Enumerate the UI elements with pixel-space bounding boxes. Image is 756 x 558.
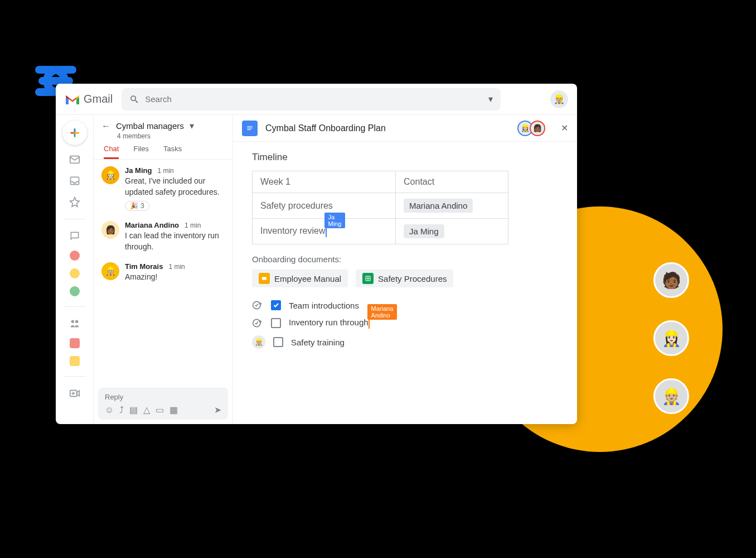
cursor-tag: Ja Ming — [324, 213, 346, 228]
doc-header: Cymbal Staff Onboarding Plan 👷🏻‍♀️ 👩🏾 ✕ — [233, 115, 577, 142]
table-header: Contact — [396, 171, 508, 193]
star-icon[interactable] — [68, 195, 81, 209]
mail-icon[interactable] — [68, 153, 81, 166]
reaction-count: 3 — [140, 202, 144, 210]
upload-icon[interactable]: ⤴ — [119, 405, 124, 415]
contact-chip[interactable]: Mariana Andino — [404, 199, 473, 213]
reaction-chip[interactable]: 🎉 3 — [125, 201, 149, 211]
svg-rect-5 — [262, 277, 266, 280]
message-time: 1 min — [185, 222, 201, 229]
slides-icon — [259, 273, 270, 284]
video-icon[interactable]: ▭ — [156, 405, 164, 415]
profile-avatar[interactable]: 👷🏼 — [550, 90, 568, 108]
doc-title[interactable]: Cymbal Staff Onboarding Plan — [265, 123, 386, 133]
compose-button[interactable] — [62, 121, 87, 145]
divider — [64, 219, 86, 219]
task-label[interactable]: Team introductions — [289, 301, 359, 310]
search-input[interactable] — [145, 94, 483, 104]
space-tile-red[interactable] — [70, 338, 80, 348]
avatar: 👩🏾 — [101, 221, 119, 239]
members-count: 4 members — [94, 132, 232, 140]
status-dot-yellow[interactable] — [70, 268, 80, 278]
decor-avatar: 🧑🏾 — [653, 262, 689, 298]
task-add-icon[interactable] — [252, 300, 263, 311]
reply-input[interactable] — [105, 393, 221, 401]
send-icon[interactable]: ➤ — [214, 405, 221, 415]
chat-panel: ← Cymbal managers ▾ 4 members Chat Files… — [94, 115, 233, 424]
message: 👷🏼 Tim Morais 1 min Amazing! — [101, 262, 225, 283]
reply-box[interactable]: ☺ ⤴ ▤ △ ▭ ▦ ➤ — [98, 388, 228, 420]
divider — [64, 376, 86, 377]
status-dot-red[interactable] — [70, 251, 80, 261]
checkbox[interactable] — [271, 300, 281, 310]
attachment-chip[interactable]: Employee Manual — [252, 270, 348, 287]
search-bar[interactable]: ▾ — [122, 88, 501, 110]
calendar-icon[interactable]: ▦ — [169, 405, 178, 415]
table-header: Week 1 — [253, 171, 396, 193]
message-time: 1 min — [157, 167, 173, 175]
drive-icon[interactable]: △ — [143, 405, 150, 415]
topbar: Gmail ▾ 👷🏼 — [56, 84, 577, 115]
search-icon — [129, 94, 139, 104]
divider — [64, 306, 86, 307]
meet-icon[interactable] — [68, 387, 81, 400]
attachment-chip[interactable]: Safety Procedures — [356, 270, 453, 287]
message-time: 1 min — [168, 263, 185, 271]
inbox-icon[interactable] — [68, 174, 81, 187]
task-row: 👷🏼 Safety training — [252, 335, 558, 349]
message-author: Ja Ming — [125, 166, 152, 175]
avatar: 👷🏼 — [101, 262, 119, 280]
contact-chip[interactable]: Ja Ming — [404, 224, 444, 238]
task-add-icon[interactable] — [252, 318, 263, 329]
spaces-icon[interactable] — [68, 317, 81, 330]
task-row: Team introductions — [252, 300, 558, 311]
message-text: Amazing! — [125, 272, 225, 283]
timeline-table: Week 1 Contact Safety procedures Mariana… — [252, 171, 508, 244]
message-author: Tim Morais — [125, 262, 163, 271]
search-options-icon[interactable]: ▾ — [488, 94, 493, 104]
chevron-down-icon[interactable]: ▾ — [190, 121, 194, 131]
message: 👷🏻 Ja Ming 1 min Great, I've included ou… — [101, 166, 225, 211]
attachment-name: Employee Manual — [274, 274, 341, 283]
collaborator-avatars: 👷🏻‍♀️ 👩🏾 — [521, 121, 545, 136]
checkbox[interactable] — [273, 337, 283, 347]
table-cell[interactable]: Ja Ming — [396, 219, 508, 244]
messages-list: 👷🏻 Ja Ming 1 min Great, I've included ou… — [94, 160, 232, 383]
chat-tabs: Chat Files Tasks — [94, 140, 232, 160]
gmail-icon — [65, 93, 80, 105]
back-arrow-icon[interactable]: ← — [101, 121, 110, 131]
chat-bubble-icon[interactable] — [68, 229, 81, 243]
cursor-icon: Ja Ming — [326, 226, 327, 237]
message-text: I can lead the inventory run through. — [125, 230, 225, 252]
avatar: 👷🏻 — [101, 166, 119, 184]
table-cell[interactable]: Mariana Andino — [396, 193, 508, 219]
tab-tasks[interactable]: Tasks — [163, 145, 182, 159]
product-name: Gmail — [84, 93, 113, 105]
task-label[interactable]: Safety training — [291, 338, 345, 347]
doc-body[interactable]: Timeline Week 1 Contact Safety procedure… — [233, 142, 577, 424]
task-list: Team introductions Inventory run through… — [252, 300, 558, 349]
table-cell[interactable]: Inventory reviewJa Ming — [253, 219, 396, 244]
drive-attach-icon[interactable]: ▤ — [129, 405, 138, 415]
space-tile-yellow[interactable] — [70, 356, 80, 366]
task-text: Inventory run through — [289, 318, 369, 327]
status-dot-green[interactable] — [70, 286, 80, 296]
task-label[interactable]: Inventory run throughMariana Andino — [289, 318, 370, 329]
svg-point-2 — [71, 320, 74, 324]
gmail-logo[interactable]: Gmail — [65, 93, 113, 105]
emoji-icon[interactable]: ☺ — [105, 405, 114, 415]
plus-icon — [69, 127, 81, 139]
space-name[interactable]: Cymbal managers — [116, 121, 184, 131]
decor-avatar: 👷🏼 — [653, 378, 689, 414]
close-icon[interactable]: ✕ — [561, 123, 568, 133]
sheets-icon — [362, 273, 374, 284]
message: 👩🏾 Mariana Andino 1 min I can lead the i… — [101, 221, 225, 252]
tab-files[interactable]: Files — [133, 145, 148, 159]
tab-chat[interactable]: Chat — [104, 145, 119, 159]
cursor-icon: Mariana Andino — [369, 318, 370, 329]
checkbox[interactable] — [271, 318, 281, 328]
assignee-avatar[interactable]: 👷🏼 — [252, 335, 265, 349]
message-text: Great, I've included our updated safety … — [125, 176, 225, 198]
collab-avatar[interactable]: 👩🏾 — [530, 121, 545, 136]
docs-section-label: Onboarding documents: — [252, 254, 558, 264]
